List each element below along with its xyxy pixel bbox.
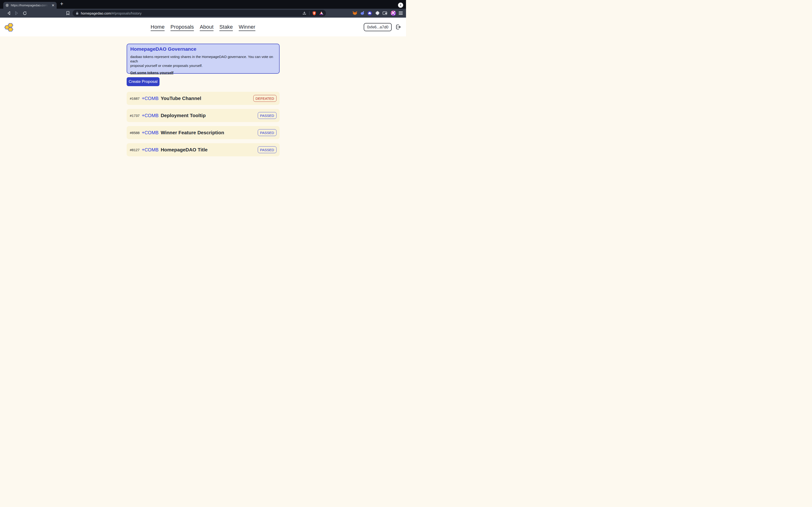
proposal-id: #8588 [130, 131, 140, 135]
governance-info-box: HomepageDAO Governance daobao tokens rep… [126, 44, 280, 74]
proposal-row[interactable]: #1687 +COMB YouTube Channel DEFEATED [126, 92, 280, 105]
browser-toolbar: homepagedao.com/#/proposals/history [0, 9, 406, 17]
download-icon[interactable] [302, 11, 306, 15]
phantom-ghost-icon[interactable] [367, 9, 372, 17]
forward-icon[interactable] [14, 9, 18, 17]
status-badge: DEFEATED [253, 95, 276, 102]
extensions-puzzle-icon[interactable] [375, 9, 380, 17]
address-url: homepagedao.com/#/proposals/history [81, 11, 142, 15]
nav-link-proposals[interactable]: Proposals [170, 24, 194, 30]
proposal-token: +COMB [142, 147, 159, 153]
account-area: 0xfe6...a7d0 [364, 17, 401, 36]
site-header: Home Proposals About Stake Winner 0xfe6.… [0, 17, 406, 36]
bookmark-icon[interactable] [66, 9, 69, 17]
create-proposal-button[interactable]: Create Proposal [126, 77, 160, 86]
status-badge: PASSED [258, 129, 276, 136]
nav-link-winner[interactable]: Winner [239, 24, 255, 30]
governance-description: daobao tokens represent voting shares in… [131, 54, 276, 68]
wallet-address-pill[interactable]: 0xfe6...a7d0 [364, 23, 392, 31]
nav-link-about[interactable]: About [200, 24, 214, 30]
proposal-title: Winner Feature Description [161, 130, 224, 135]
governance-title: HomepageDAO Governance [131, 46, 276, 52]
brave-wallet-icon[interactable] [383, 9, 387, 17]
menu-hamburger-icon[interactable] [399, 9, 403, 17]
proposal-token: +COMB [142, 130, 159, 135]
tab-strip: https://homepagedao.com/#/pro ✕ + ▼ [0, 0, 406, 9]
status-badge: PASSED [258, 112, 276, 119]
nav-link-stake[interactable]: Stake [219, 24, 233, 30]
new-tab-button[interactable]: + [60, 1, 63, 7]
proposal-list: #1687 +COMB YouTube Channel DEFEATED #17… [126, 92, 280, 156]
governance-description-line2: proposal yourself or create proposals yo… [131, 63, 276, 68]
bat-triangle-icon[interactable] [319, 11, 323, 15]
honeycomb-logo[interactable] [4, 22, 13, 32]
proposal-title: Deployment Tooltip [161, 113, 206, 118]
sign-out-icon[interactable] [395, 24, 401, 30]
proposal-row[interactable]: #8588 +COMB Winner Feature Description P… [126, 126, 280, 139]
back-icon[interactable] [7, 9, 11, 17]
tab-close-icon[interactable]: ✕ [51, 3, 54, 7]
profile-avatar[interactable] [391, 9, 396, 17]
browser-tab[interactable]: https://homepagedao.com/#/pro ✕ [3, 2, 57, 9]
address-bar[interactable]: homepagedao.com/#/proposals/history [72, 10, 326, 16]
metamask-fox-icon[interactable] [352, 9, 357, 17]
get-tokens-link[interactable]: Get some tokens yourself [131, 71, 173, 75]
nav-link-home[interactable]: Home [151, 24, 165, 30]
proposal-title: YouTube Channel [161, 96, 201, 101]
proposal-token: +COMB [142, 96, 159, 101]
status-badge: PASSED [258, 147, 276, 153]
tab-title: https://homepagedao.com/#/pro [11, 3, 50, 7]
proposal-id: #1737 [130, 114, 140, 118]
rabby-wallet-icon[interactable] [360, 9, 365, 17]
main-nav: Home Proposals About Stake Winner [151, 17, 255, 36]
proposal-id: #1687 [130, 97, 140, 101]
globe-favicon [5, 3, 9, 7]
governance-description-line1: daobao tokens represent voting shares in… [131, 54, 276, 63]
reload-icon[interactable] [22, 9, 27, 17]
proposal-row[interactable]: #8127 +COMB HomepageDAO Title PASSED [126, 143, 280, 156]
page-content: HomepageDAO Governance daobao tokens rep… [0, 36, 406, 253]
url-host: homepagedao.com [81, 11, 111, 15]
url-path: /#/proposals/history [111, 11, 142, 15]
brave-shield-icon[interactable] [312, 11, 316, 15]
proposal-token: +COMB [142, 113, 159, 118]
tab-search-button[interactable]: ▼ [398, 3, 403, 8]
address-bar-actions [302, 11, 323, 15]
proposal-title: HomepageDAO Title [161, 147, 208, 153]
proposal-row[interactable]: #1737 +COMB Deployment Tooltip PASSED [126, 109, 280, 122]
lock-icon [76, 11, 79, 15]
proposal-id: #8127 [130, 148, 140, 152]
